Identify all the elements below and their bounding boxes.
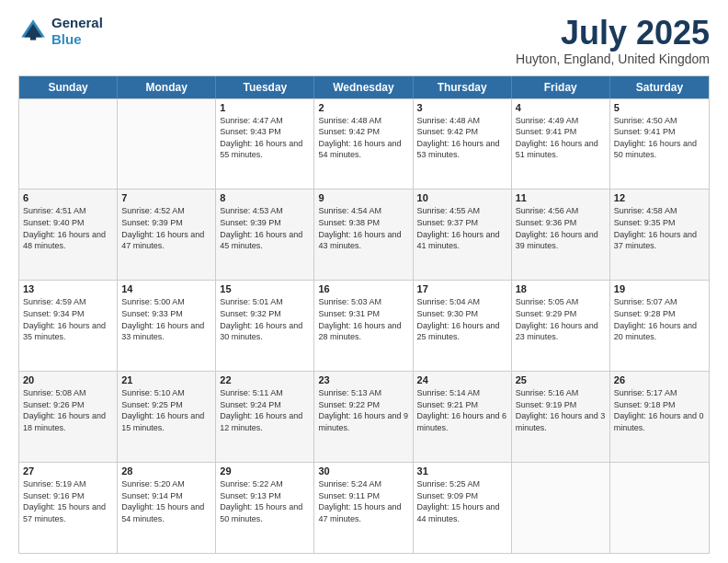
calendar-cell: 6Sunrise: 4:51 AM Sunset: 9:40 PM Daylig… xyxy=(19,190,118,280)
day-number: 31 xyxy=(417,465,507,477)
calendar-cell: 3Sunrise: 4:48 AM Sunset: 9:42 PM Daylig… xyxy=(414,99,512,190)
day-number: 15 xyxy=(220,283,310,294)
day-number: 3 xyxy=(417,102,507,113)
weekday-header-thursday: Thursday xyxy=(414,76,512,98)
weekday-header-wednesday: Wednesday xyxy=(314,76,413,98)
cell-text: Sunrise: 5:22 AM Sunset: 9:13 PM Dayligh… xyxy=(220,478,310,524)
day-number: 14 xyxy=(121,283,211,294)
day-number: 19 xyxy=(614,283,705,294)
day-number: 1 xyxy=(220,102,310,113)
day-number: 29 xyxy=(220,465,310,477)
calendar-row-4: 27Sunrise: 5:19 AM Sunset: 9:16 PM Dayli… xyxy=(19,462,709,553)
calendar-cell: 12Sunrise: 4:58 AM Sunset: 9:35 PM Dayli… xyxy=(610,190,709,280)
day-number: 4 xyxy=(516,102,606,113)
cell-text: Sunrise: 4:53 AM Sunset: 9:39 PM Dayligh… xyxy=(220,205,310,251)
day-number: 17 xyxy=(417,283,507,294)
cell-text: Sunrise: 5:17 AM Sunset: 9:18 PM Dayligh… xyxy=(614,387,705,433)
cell-text: Sunrise: 5:05 AM Sunset: 9:29 PM Dayligh… xyxy=(516,296,606,342)
day-number: 12 xyxy=(614,192,705,203)
cell-text: Sunrise: 5:08 AM Sunset: 9:26 PM Dayligh… xyxy=(23,387,113,433)
weekday-header-monday: Monday xyxy=(118,76,216,98)
cell-text: Sunrise: 5:19 AM Sunset: 9:16 PM Dayligh… xyxy=(23,478,113,524)
calendar-body: 1Sunrise: 4:47 AM Sunset: 9:43 PM Daylig… xyxy=(19,98,709,553)
weekday-header-friday: Friday xyxy=(512,76,610,98)
month-title: July 2025 xyxy=(516,15,710,52)
calendar-cell: 8Sunrise: 4:53 AM Sunset: 9:39 PM Daylig… xyxy=(216,190,314,280)
day-number: 21 xyxy=(121,374,211,385)
day-number: 16 xyxy=(318,283,408,294)
logo: General Blue xyxy=(18,15,103,48)
day-number: 11 xyxy=(516,192,606,203)
calendar-cell: 10Sunrise: 4:55 AM Sunset: 9:37 PM Dayli… xyxy=(414,190,512,280)
calendar-cell: 13Sunrise: 4:59 AM Sunset: 9:34 PM Dayli… xyxy=(19,281,118,371)
cell-text: Sunrise: 4:54 AM Sunset: 9:38 PM Dayligh… xyxy=(318,205,408,251)
day-number: 26 xyxy=(614,374,705,385)
page: General Blue July 2025 Huyton, England, … xyxy=(0,0,728,563)
calendar-cell xyxy=(118,99,216,190)
cell-text: Sunrise: 5:01 AM Sunset: 9:32 PM Dayligh… xyxy=(220,296,310,342)
calendar-cell: 16Sunrise: 5:03 AM Sunset: 9:31 PM Dayli… xyxy=(314,281,413,371)
calendar-cell: 15Sunrise: 5:01 AM Sunset: 9:32 PM Dayli… xyxy=(216,281,314,371)
svg-rect-2 xyxy=(30,36,36,40)
calendar-cell: 23Sunrise: 5:13 AM Sunset: 9:22 PM Dayli… xyxy=(314,372,413,462)
cell-text: Sunrise: 5:00 AM Sunset: 9:33 PM Dayligh… xyxy=(121,296,211,342)
calendar-row-0: 1Sunrise: 4:47 AM Sunset: 9:43 PM Daylig… xyxy=(19,98,709,190)
header: General Blue July 2025 Huyton, England, … xyxy=(18,15,710,66)
day-number: 30 xyxy=(318,465,408,477)
calendar-cell: 2Sunrise: 4:48 AM Sunset: 9:42 PM Daylig… xyxy=(314,99,413,190)
weekday-header-sunday: Sunday xyxy=(19,76,118,98)
calendar-cell: 27Sunrise: 5:19 AM Sunset: 9:16 PM Dayli… xyxy=(19,463,118,553)
day-number: 8 xyxy=(220,192,310,203)
calendar-cell: 31Sunrise: 5:25 AM Sunset: 9:09 PM Dayli… xyxy=(414,463,512,553)
cell-text: Sunrise: 5:10 AM Sunset: 9:25 PM Dayligh… xyxy=(121,387,211,433)
cell-text: Sunrise: 5:11 AM Sunset: 9:24 PM Dayligh… xyxy=(220,387,310,433)
cell-text: Sunrise: 5:25 AM Sunset: 9:09 PM Dayligh… xyxy=(417,478,507,524)
cell-text: Sunrise: 5:24 AM Sunset: 9:11 PM Dayligh… xyxy=(318,478,408,524)
calendar-cell xyxy=(610,463,709,553)
calendar-cell: 21Sunrise: 5:10 AM Sunset: 9:25 PM Dayli… xyxy=(118,372,216,462)
cell-text: Sunrise: 5:20 AM Sunset: 9:14 PM Dayligh… xyxy=(121,478,211,524)
logo-line1: General xyxy=(51,15,103,31)
calendar-cell: 17Sunrise: 5:04 AM Sunset: 9:30 PM Dayli… xyxy=(414,281,512,371)
cell-text: Sunrise: 4:56 AM Sunset: 9:36 PM Dayligh… xyxy=(516,205,606,251)
calendar-row-2: 13Sunrise: 4:59 AM Sunset: 9:34 PM Dayli… xyxy=(19,280,709,371)
cell-text: Sunrise: 4:59 AM Sunset: 9:34 PM Dayligh… xyxy=(23,296,113,342)
calendar-cell: 20Sunrise: 5:08 AM Sunset: 9:26 PM Dayli… xyxy=(19,372,118,462)
cell-text: Sunrise: 5:16 AM Sunset: 9:19 PM Dayligh… xyxy=(516,387,606,433)
day-number: 10 xyxy=(417,192,507,203)
calendar-cell xyxy=(512,463,610,553)
day-number: 28 xyxy=(121,465,211,477)
cell-text: Sunrise: 5:04 AM Sunset: 9:30 PM Dayligh… xyxy=(417,296,507,342)
calendar-cell: 19Sunrise: 5:07 AM Sunset: 9:28 PM Dayli… xyxy=(610,281,709,371)
cell-text: Sunrise: 4:52 AM Sunset: 9:39 PM Dayligh… xyxy=(121,205,211,251)
cell-text: Sunrise: 4:48 AM Sunset: 9:42 PM Dayligh… xyxy=(417,115,507,161)
cell-text: Sunrise: 4:55 AM Sunset: 9:37 PM Dayligh… xyxy=(417,205,507,251)
logo-line2: Blue xyxy=(51,31,103,48)
cell-text: Sunrise: 4:48 AM Sunset: 9:42 PM Dayligh… xyxy=(318,115,408,161)
calendar-cell: 5Sunrise: 4:50 AM Sunset: 9:41 PM Daylig… xyxy=(610,99,709,190)
calendar-cell: 9Sunrise: 4:54 AM Sunset: 9:38 PM Daylig… xyxy=(314,190,413,280)
calendar-cell: 24Sunrise: 5:14 AM Sunset: 9:21 PM Dayli… xyxy=(414,372,512,462)
cell-text: Sunrise: 5:14 AM Sunset: 9:21 PM Dayligh… xyxy=(417,387,507,433)
day-number: 13 xyxy=(23,283,113,294)
calendar-cell: 30Sunrise: 5:24 AM Sunset: 9:11 PM Dayli… xyxy=(314,463,413,553)
calendar-cell: 4Sunrise: 4:49 AM Sunset: 9:41 PM Daylig… xyxy=(512,99,610,190)
logo-icon xyxy=(18,17,48,46)
cell-text: Sunrise: 4:50 AM Sunset: 9:41 PM Dayligh… xyxy=(614,115,705,161)
cell-text: Sunrise: 4:51 AM Sunset: 9:40 PM Dayligh… xyxy=(23,205,113,251)
calendar-cell: 25Sunrise: 5:16 AM Sunset: 9:19 PM Dayli… xyxy=(512,372,610,462)
calendar-cell: 7Sunrise: 4:52 AM Sunset: 9:39 PM Daylig… xyxy=(118,190,216,280)
day-number: 24 xyxy=(417,374,507,385)
cell-text: Sunrise: 4:49 AM Sunset: 9:41 PM Dayligh… xyxy=(516,115,606,161)
cell-text: Sunrise: 5:13 AM Sunset: 9:22 PM Dayligh… xyxy=(318,387,408,433)
day-number: 22 xyxy=(220,374,310,385)
calendar: SundayMondayTuesdayWednesdayThursdayFrid… xyxy=(18,75,710,554)
weekday-header-saturday: Saturday xyxy=(610,76,709,98)
calendar-cell: 29Sunrise: 5:22 AM Sunset: 9:13 PM Dayli… xyxy=(216,463,314,553)
calendar-header: SundayMondayTuesdayWednesdayThursdayFrid… xyxy=(19,76,709,98)
day-number: 20 xyxy=(23,374,113,385)
logo-text: General Blue xyxy=(51,15,103,48)
day-number: 7 xyxy=(121,192,211,203)
location: Huyton, England, United Kingdom xyxy=(516,52,710,66)
day-number: 23 xyxy=(318,374,408,385)
